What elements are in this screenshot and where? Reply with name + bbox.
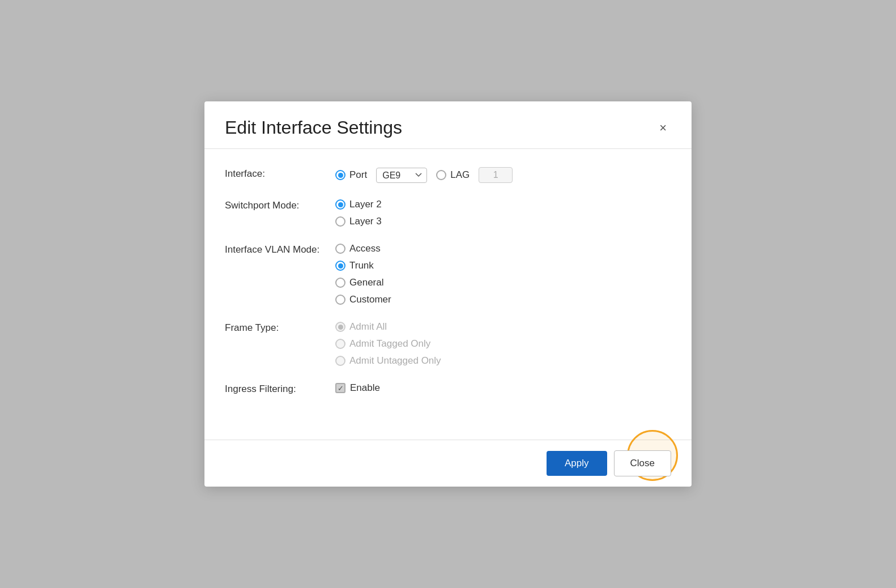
frame-admit-untagged-radio[interactable]: Admit Untagged Only — [335, 355, 441, 367]
customer-radio-circle — [335, 295, 345, 305]
enable-checkbox-box: ✓ — [335, 383, 345, 393]
ingress-filtering-controls: ✓ Enable — [335, 382, 380, 394]
layer2-label: Layer 2 — [349, 199, 382, 210]
customer-label: Customer — [349, 294, 391, 305]
admit-untagged-label: Admit Untagged Only — [349, 355, 441, 367]
vlan-trunk-radio[interactable]: Trunk — [335, 260, 391, 271]
edit-interface-dialog: Edit Interface Settings × Interface: Por… — [204, 101, 692, 487]
access-label: Access — [349, 243, 381, 254]
trunk-radio-circle — [335, 261, 345, 271]
modal-close-button[interactable]: × — [655, 120, 671, 137]
vlan-general-radio[interactable]: General — [335, 277, 391, 288]
frame-type-row: Frame Type: Admit All Admit Tagged Only … — [225, 321, 671, 367]
general-label: General — [349, 277, 383, 288]
apply-button[interactable]: Apply — [547, 451, 607, 476]
admit-tagged-radio-circle — [335, 339, 345, 349]
vlan-mode-controls: Access Trunk General Customer — [335, 243, 391, 305]
switchport-mode-controls: Layer 2 Layer 3 — [335, 199, 382, 227]
switchport-layer2-radio[interactable]: Layer 2 — [335, 199, 382, 210]
layer2-radio-circle — [335, 199, 345, 210]
lag-radio-circle — [436, 170, 446, 180]
interface-label: Interface: — [225, 167, 335, 180]
modal-header: Edit Interface Settings × — [204, 101, 692, 149]
vlan-access-radio[interactable]: Access — [335, 243, 391, 254]
port-dropdown[interactable]: GE9 — [376, 168, 427, 183]
ingress-filtering-row: Ingress Filtering: ✓ Enable — [225, 382, 671, 395]
frame-admit-all-radio[interactable]: Admit All — [335, 321, 441, 333]
modal-footer: Apply Close — [204, 440, 692, 487]
admit-untagged-radio-circle — [335, 356, 345, 366]
admit-all-label: Admit All — [349, 321, 387, 333]
close-button[interactable]: Close — [614, 450, 671, 476]
admit-all-radio-circle — [335, 322, 345, 332]
layer3-radio-circle — [335, 216, 345, 227]
general-radio-circle — [335, 278, 345, 288]
ingress-enable-checkbox[interactable]: ✓ Enable — [335, 382, 380, 394]
switchport-layer3-radio[interactable]: Layer 3 — [335, 216, 382, 227]
admit-tagged-label: Admit Tagged Only — [349, 338, 430, 350]
interface-lag-radio[interactable]: LAG — [436, 169, 470, 181]
vlan-customer-radio[interactable]: Customer — [335, 294, 391, 305]
modal-body: Interface: Port GE9 LAG — [204, 149, 692, 440]
ingress-filtering-label: Ingress Filtering: — [225, 382, 335, 395]
check-icon: ✓ — [338, 385, 344, 392]
port-radio-label: Port — [349, 169, 367, 181]
modal-title: Edit Interface Settings — [225, 117, 402, 138]
frame-type-label: Frame Type: — [225, 321, 335, 334]
frame-admit-tagged-radio[interactable]: Admit Tagged Only — [335, 338, 441, 350]
interface-vlan-mode-row: Interface VLAN Mode: Access Trunk Genera… — [225, 243, 671, 305]
lag-radio-label: LAG — [450, 169, 470, 181]
port-radio-circle — [335, 170, 345, 180]
switchport-mode-row: Switchport Mode: Layer 2 Layer 3 — [225, 199, 671, 227]
access-radio-circle — [335, 244, 345, 254]
interface-port-radio[interactable]: Port — [335, 169, 367, 181]
trunk-label: Trunk — [349, 260, 374, 271]
interface-row: Interface: Port GE9 LAG — [225, 167, 671, 183]
lag-input[interactable] — [479, 167, 513, 183]
frame-type-controls: Admit All Admit Tagged Only Admit Untagg… — [335, 321, 441, 367]
switchport-mode-label: Switchport Mode: — [225, 199, 335, 211]
interface-controls: Port GE9 LAG — [335, 167, 513, 183]
layer3-label: Layer 3 — [349, 216, 382, 227]
enable-checkbox-label: Enable — [350, 382, 380, 394]
interface-vlan-mode-label: Interface VLAN Mode: — [225, 243, 335, 255]
